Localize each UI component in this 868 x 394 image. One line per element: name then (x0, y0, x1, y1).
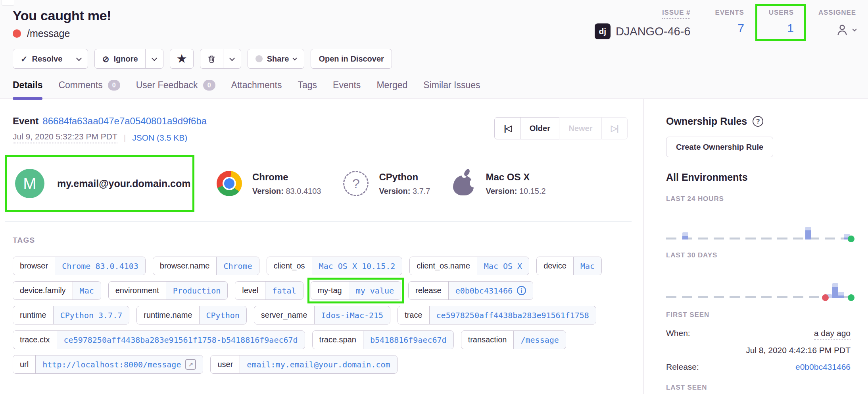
resolve-dropdown-button[interactable] (70, 49, 88, 69)
chart-bar-slot (771, 276, 777, 298)
tag-value-link[interactable]: Mac i (574, 257, 601, 275)
tab[interactable]: Attachments (231, 80, 282, 98)
oldest-event-button[interactable]: |◁ (494, 117, 520, 139)
chart-bar-slot (709, 276, 716, 298)
create-ownership-rule-button[interactable]: Create Ownership Rule (666, 137, 773, 157)
chart-bar-slot (843, 217, 851, 239)
chevron-down-icon (229, 56, 235, 61)
chart-bar-slot (678, 276, 685, 298)
tag-value-link[interactable]: b5418816f9aec67d i (363, 331, 453, 349)
tag-value-text: CPython 3.7.7 (60, 311, 123, 320)
tag-value-link[interactable]: /message i (514, 331, 565, 349)
divider: | (124, 133, 126, 143)
share-button[interactable]: Share (248, 49, 305, 69)
events-chart-24h (666, 217, 851, 239)
tag-value-link[interactable]: e0b0bc431466 i (449, 282, 533, 299)
event-meta-row: Jul 9, 2020 5:32:23 PM PDT | JSON (3.5 K… (13, 132, 207, 143)
external-link-icon[interactable]: ↗ (185, 359, 196, 370)
tag-value-text: Mac (80, 286, 94, 296)
tag-key: client_os.name (410, 257, 477, 275)
delete-dropdown-button[interactable] (223, 49, 241, 69)
tab[interactable]: Comments 0 (58, 80, 120, 98)
tag-pill: runtime.name CPython i (136, 306, 247, 324)
tag-value-link[interactable]: Idos-iMac-215 i (315, 306, 390, 324)
ignore-dropdown-button[interactable] (145, 49, 163, 69)
last-30-days-label: LAST 30 DAYS (666, 251, 851, 259)
runtime-version: Version: 3.7.7 (379, 187, 430, 196)
tag-value-link[interactable]: my value i (349, 282, 401, 299)
context-card-runtime: ? CPython Version: 3.7.7 (343, 171, 430, 196)
event-json-link[interactable]: JSON (3.5 KB) (132, 133, 187, 143)
tag-pill: my-tag my value i (311, 281, 401, 300)
user-avatar: M (15, 169, 44, 198)
tab[interactable]: Tags (298, 80, 317, 98)
tab[interactable]: Events (333, 80, 361, 98)
tag-value-link[interactable]: ce5978250aff4438ba283e91561f1758-b541881… (57, 331, 305, 349)
stat-events: EVENTS 7 (715, 9, 744, 35)
chart-bar-slot (728, 276, 734, 298)
release-info-icon[interactable]: i (517, 286, 526, 295)
tag-value-link[interactable]: fatal i (265, 282, 303, 299)
tag-value-link[interactable]: Mac OS X i (477, 257, 529, 275)
event-label: Event (13, 116, 38, 126)
events-count[interactable]: 7 (737, 21, 744, 35)
release-link[interactable]: e0b0bc431466 (795, 362, 851, 372)
version-value: 10.15.2 (519, 187, 546, 195)
share-status-dot (255, 55, 263, 62)
chevron-down-icon (152, 56, 157, 61)
tag-value-link[interactable]: Mac i (73, 282, 101, 299)
chevron-down-icon (852, 27, 856, 31)
issue-short-id: dj DJANGO-46-6 (595, 23, 691, 39)
chart-bar-slot (835, 217, 843, 239)
tab[interactable]: Similar Issues (423, 80, 480, 98)
skip-to-oldest-icon: |◁ (504, 124, 511, 133)
ignore-button[interactable]: ⊘ Ignore (94, 49, 146, 69)
delete-button[interactable] (200, 49, 223, 69)
event-context-summary: M my.email@your.domain.com Chrome Versio… (5, 153, 632, 222)
check-icon: ✓ (21, 55, 28, 63)
chart-bar-slot (774, 217, 781, 239)
tag-value-link[interactable]: ce5978250aff4438ba283e91561f1758 i (430, 306, 596, 324)
stat-assignee: ASSIGNEE (818, 9, 856, 37)
tab-label: Comments (58, 80, 102, 91)
tag-key: browser (13, 257, 55, 275)
action-toolbar: ✓ Resolve ⊘ Ignore ★ (13, 49, 857, 69)
tab[interactable]: Merged (376, 80, 407, 98)
tag-value-link[interactable]: Chrome i (217, 257, 259, 275)
open-in-discover-button[interactable]: Open in Discover (311, 49, 392, 69)
tab[interactable]: User Feedback 0 (136, 80, 215, 98)
users-label: USERS (769, 9, 794, 17)
tag-value-link[interactable]: email:my.email@your.domain.com i (240, 355, 397, 373)
error-level-dot (13, 29, 21, 38)
assignee-dropdown[interactable] (835, 22, 856, 37)
bookmark-button[interactable]: ★ (170, 49, 194, 69)
tab[interactable]: Details (13, 80, 42, 98)
tags-heading: TAGS (13, 236, 631, 245)
users-count[interactable]: 1 (787, 21, 794, 35)
tag-value-text: CPython (206, 311, 240, 320)
chart-bar-slot (735, 217, 743, 239)
tag-value-link[interactable]: CPython 3.7.7 i (54, 306, 129, 324)
tag-value-link[interactable]: CPython i (200, 306, 246, 324)
environments-heading: All Environments (666, 172, 851, 183)
tag-value-link[interactable]: Chrome 83.0.4103 i (55, 257, 145, 275)
tag-value-link[interactable]: Production i (166, 282, 227, 299)
help-icon[interactable]: ? (753, 116, 763, 127)
event-id-link[interactable]: 86684fa63aa047e7a0540801a9d9f6ba (42, 116, 207, 126)
apple-icon (452, 171, 475, 196)
tag-pill: browser Chrome 83.0.4103 i (13, 257, 146, 275)
resolve-button[interactable]: ✓ Resolve (13, 49, 70, 69)
os-name: Mac OS X (486, 172, 545, 183)
tag-value-text: my value (356, 286, 394, 296)
chart-bar-slot (789, 276, 795, 298)
event-title-row: Event86684fa63aa047e7a0540801a9d9f6ba (13, 116, 207, 127)
tag-value-link[interactable]: Mac OS X 10.15.2 i (312, 257, 402, 275)
tag-value-text: b5418816f9aec67d (370, 335, 447, 345)
version-label: Version: (379, 187, 410, 195)
tag-key: environment (109, 282, 166, 299)
older-event-button[interactable]: Older (520, 117, 560, 139)
tag-value-link[interactable]: http://localhost:8000/message ↗ i (36, 355, 203, 373)
tags-section: TAGS browser Chrome 83.0.4103 i browser.… (0, 222, 643, 374)
tag-pill: server_name Idos-iMac-215 i (254, 306, 390, 324)
content-area: Event86684fa63aa047e7a0540801a9d9f6ba Ju… (0, 99, 868, 394)
